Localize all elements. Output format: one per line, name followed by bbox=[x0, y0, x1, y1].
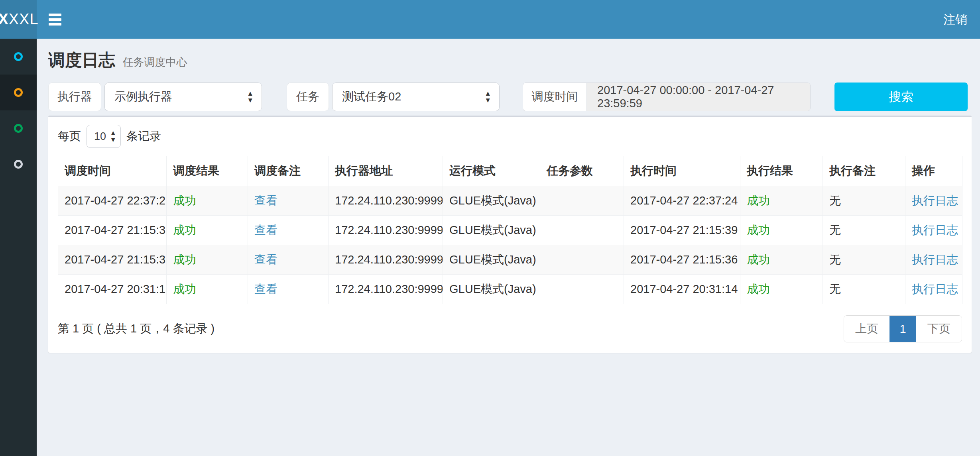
table-row: 2017-04-27 20:31:13成功查看172.24.110.230:99… bbox=[58, 275, 962, 304]
cell-job_param bbox=[540, 186, 624, 216]
pagination-row: 第 1 页 ( 总共 1 页，4 条记录 ) 上页 1 下页 bbox=[58, 315, 962, 342]
circle-outline-icon bbox=[14, 52, 23, 61]
cell-trigger_time: 2017-04-27 20:31:13 bbox=[58, 275, 167, 304]
column-header: 执行备注 bbox=[823, 156, 905, 186]
log-table: 调度时间调度结果调度备注执行器地址运行模式任务参数执行时间执行结果执行备注操作 … bbox=[58, 156, 962, 304]
select-arrows-icon: ▲▼ bbox=[110, 130, 116, 143]
cell-handle_result: 成功 bbox=[740, 275, 823, 304]
cell-handle_msg: 无 bbox=[823, 216, 905, 245]
table-header-row: 调度时间调度结果调度备注执行器地址运行模式任务参数执行时间执行结果执行备注操作 bbox=[58, 156, 962, 186]
sidebar-toggle-button[interactable] bbox=[37, 0, 73, 39]
page-size-suffix-label: 条记录 bbox=[126, 128, 161, 144]
table-row: 2017-04-27 21:15:39成功查看172.24.110.230:99… bbox=[58, 216, 962, 245]
cell-handle_msg: 无 bbox=[823, 186, 905, 216]
sidebar-item-4[interactable] bbox=[0, 146, 37, 182]
cell-handle_msg: 无 bbox=[823, 275, 905, 304]
cell-glue_type: GLUE模式(Java) bbox=[443, 245, 540, 275]
pagination-summary: 第 1 页 ( 总共 1 页，4 条记录 ) bbox=[58, 321, 214, 337]
column-header: 执行结果 bbox=[740, 156, 823, 186]
column-header: 执行时间 bbox=[624, 156, 740, 186]
select-arrows-icon: ▲▼ bbox=[247, 90, 254, 104]
cell-handle_time: 2017-04-27 21:15:36 bbox=[624, 245, 740, 275]
trigger-time-filter-label: 调度时间 bbox=[523, 83, 587, 111]
sidebar-item-2[interactable] bbox=[0, 75, 37, 110]
cell-executor_address: 172.24.110.230:9999 bbox=[329, 275, 443, 304]
cell-job_param bbox=[540, 245, 624, 275]
cell-handle_result: 成功 bbox=[740, 216, 823, 245]
prev-page-button[interactable]: 上页 bbox=[844, 316, 889, 342]
cell-trigger_result: 成功 bbox=[167, 245, 248, 275]
app-logo-text-bold: X bbox=[0, 11, 9, 28]
job-select[interactable]: 测试任务02 ▲▼ bbox=[332, 83, 500, 111]
sidebar-item-1[interactable] bbox=[0, 39, 37, 75]
cell-glue_type: GLUE模式(Java) bbox=[443, 275, 540, 304]
cell-handle_result: 成功 bbox=[740, 245, 823, 275]
topbar: XXXL 注销 bbox=[0, 0, 980, 39]
next-page-button[interactable]: 下页 bbox=[916, 316, 962, 342]
cell-job_param bbox=[540, 275, 624, 304]
sidebar bbox=[0, 39, 37, 456]
trigger-time-range-input[interactable]: 2017-04-27 00:00:00 - 2017-04-27 23:59:5… bbox=[587, 83, 810, 111]
cell-trigger_result: 成功 bbox=[167, 216, 248, 245]
page-size-row: 每页 10 ▲▼ 条记录 bbox=[58, 122, 962, 150]
table-row: 2017-04-27 21:15:36成功查看172.24.110.230:99… bbox=[58, 245, 962, 275]
content-area: 调度日志 任务调度中心 执行器 示例执行器 ▲▼ 任务 测试任务02 ▲▼ 调度… bbox=[37, 39, 980, 353]
logout-link[interactable]: 注销 bbox=[939, 0, 971, 39]
cell-executor_address: 172.24.110.230:9999 bbox=[329, 245, 443, 275]
current-page-button[interactable]: 1 bbox=[889, 316, 916, 342]
cell-action[interactable]: 执行日志 bbox=[905, 275, 962, 304]
hamburger-icon bbox=[49, 14, 61, 26]
cell-trigger_time: 2017-04-27 21:15:39 bbox=[58, 216, 167, 245]
job-filter-label: 任务 bbox=[287, 83, 329, 111]
cell-trigger_msg[interactable]: 查看 bbox=[248, 186, 329, 216]
page-size-prefix-label: 每页 bbox=[58, 128, 81, 144]
cell-trigger_result: 成功 bbox=[167, 186, 248, 216]
page-size-select[interactable]: 10 ▲▼ bbox=[87, 125, 121, 148]
cell-trigger_msg[interactable]: 查看 bbox=[248, 245, 329, 275]
filter-toolbar: 执行器 示例执行器 ▲▼ 任务 测试任务02 ▲▼ 调度时间 2017-04-2… bbox=[48, 83, 972, 111]
circle-outline-icon bbox=[14, 88, 23, 97]
search-button[interactable]: 搜索 bbox=[834, 83, 968, 111]
column-header: 任务参数 bbox=[540, 156, 624, 186]
cell-trigger_time: 2017-04-27 22:37:22 bbox=[58, 186, 167, 216]
page-title: 调度日志 bbox=[48, 51, 115, 69]
trigger-time-filter-group: 调度时间 2017-04-27 00:00:00 - 2017-04-27 23… bbox=[523, 83, 811, 111]
column-header: 调度备注 bbox=[248, 156, 329, 186]
app-logo-text: XXL bbox=[9, 11, 39, 28]
cell-job_param bbox=[540, 216, 624, 245]
page-subtitle: 任务调度中心 bbox=[122, 56, 187, 68]
column-header: 调度结果 bbox=[167, 156, 248, 186]
cell-handle_msg: 无 bbox=[823, 245, 905, 275]
circle-outline-icon bbox=[14, 124, 23, 133]
executor-filter-label: 执行器 bbox=[48, 83, 101, 111]
circle-outline-icon bbox=[14, 160, 23, 169]
cell-handle_result: 成功 bbox=[740, 186, 823, 216]
cell-trigger_msg[interactable]: 查看 bbox=[248, 275, 329, 304]
cell-action[interactable]: 执行日志 bbox=[905, 216, 962, 245]
cell-executor_address: 172.24.110.230:9999 bbox=[329, 216, 443, 245]
executor-select[interactable]: 示例执行器 ▲▼ bbox=[104, 83, 262, 111]
cell-glue_type: GLUE模式(Java) bbox=[443, 216, 540, 245]
job-select-value: 测试任务02 bbox=[342, 89, 484, 105]
content-header: 调度日志 任务调度中心 bbox=[48, 39, 972, 79]
cell-executor_address: 172.24.110.230:9999 bbox=[329, 186, 443, 216]
select-arrows-icon: ▲▼ bbox=[484, 90, 491, 104]
column-header: 操作 bbox=[905, 156, 962, 186]
cell-action[interactable]: 执行日志 bbox=[905, 186, 962, 216]
cell-trigger_result: 成功 bbox=[167, 275, 248, 304]
column-header: 执行器地址 bbox=[329, 156, 443, 186]
app-logo[interactable]: XXXL bbox=[0, 0, 37, 39]
cell-glue_type: GLUE模式(Java) bbox=[443, 186, 540, 216]
executor-select-value: 示例执行器 bbox=[114, 89, 247, 105]
pager: 上页 1 下页 bbox=[844, 315, 962, 342]
cell-handle_time: 2017-04-27 21:15:39 bbox=[624, 216, 740, 245]
cell-trigger_msg[interactable]: 查看 bbox=[248, 216, 329, 245]
column-header: 运行模式 bbox=[443, 156, 540, 186]
cell-trigger_time: 2017-04-27 21:15:36 bbox=[58, 245, 167, 275]
log-panel: 每页 10 ▲▼ 条记录 调度时间调度结果调度备注执行器地址运行模式任务参数执行… bbox=[48, 116, 972, 353]
sidebar-item-3[interactable] bbox=[0, 110, 37, 146]
cell-handle_time: 2017-04-27 20:31:14 bbox=[624, 275, 740, 304]
page-size-value: 10 bbox=[94, 130, 110, 143]
cell-action[interactable]: 执行日志 bbox=[905, 245, 962, 275]
cell-handle_time: 2017-04-27 22:37:24 bbox=[624, 186, 740, 216]
